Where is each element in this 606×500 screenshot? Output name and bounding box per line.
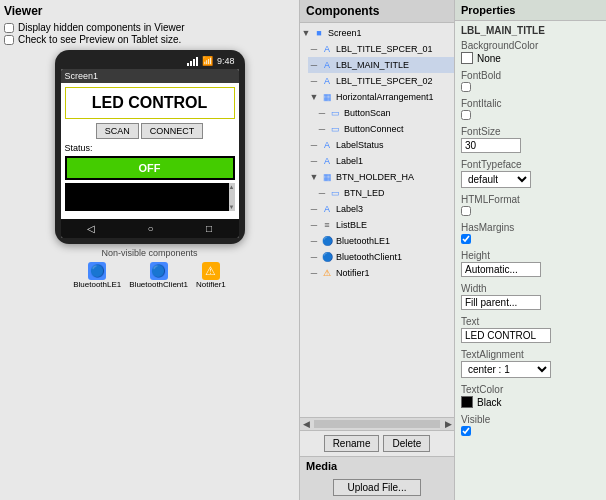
tree-item-lbl-main-title[interactable]: ─ A LBL_MAIN_TITLE [308,57,454,73]
connect-button[interactable]: CONNECT [141,123,204,139]
font-italic-checkbox[interactable] [461,110,471,120]
bluetooth-client1-tree-icon: 🔵 [320,250,334,264]
width-input[interactable] [461,295,541,310]
media-section: Media Upload File... [300,456,454,500]
tree-item-notifier1[interactable]: ─ ⚠ Notifier1 [308,265,454,281]
lbl-title-spcer-01-label: LBL_TITLE_SPCER_01 [336,44,433,54]
visible-label: Visible [461,414,600,425]
properties-panel: Properties LBL_MAIN_TITLE BackgroundColo… [455,0,606,500]
display-hidden-checkbox[interactable] [4,23,14,33]
recents-nav-icon[interactable]: □ [206,223,212,234]
tree-item-bluetooth-le1[interactable]: ─ 🔵 BluetoothLE1 [308,233,454,249]
properties-title: Properties [455,0,606,21]
height-input[interactable] [461,262,541,277]
text-alignment-label: TextAlignment [461,349,600,360]
scroll-left-btn[interactable]: ◀ [300,419,312,429]
prop-width: Width [455,281,606,314]
tree-item-label3[interactable]: ─ A Label3 [308,201,454,217]
tree-item-screen1[interactable]: ▼ ■ Screen1 [300,25,454,41]
off-button[interactable]: OFF [67,158,233,178]
selected-component-label: LBL_MAIN_TITLE [455,21,606,38]
toggle-button-connect: ─ [316,124,328,134]
phone-nav-bar: ◁ ○ □ [61,219,239,238]
text-alignment-select[interactable]: center : 1 [461,361,551,378]
scroll-down-icon[interactable]: ▼ [229,203,235,211]
bluetooth-le1-tree-icon: 🔵 [320,234,334,248]
status-label: Status: [65,143,235,153]
font-typeface-label: FontTypeface [461,159,600,170]
signal-icon [187,57,198,66]
non-visible-label: Non-visible components [101,248,197,258]
prop-visible: Visible [455,412,606,440]
bluetooth-le1-icon: 🔵 [88,262,106,280]
screen-title: Screen1 [61,69,239,83]
list-ble-icon: ≡ [320,218,334,232]
prop-font-typeface: FontTypeface default [455,157,606,192]
toggle-label3: ─ [308,204,320,214]
delete-button[interactable]: Delete [383,435,430,452]
tree-item-bluetooth-client1[interactable]: ─ 🔵 BluetoothClient1 [308,249,454,265]
background-color-label: BackgroundColor [461,40,600,51]
bluetooth-client1-icon: 🔵 [150,262,168,280]
scroll-track [314,420,440,428]
notifier1-icon: ⚠ [202,262,220,280]
html-format-checkbox[interactable] [461,206,471,216]
tree-item-btn-holder-ha[interactable]: ▼ ▦ BTN_HOLDER_HA [308,169,454,185]
time-display: 9:48 [217,56,235,66]
tree-item-button-connect[interactable]: ─ ▭ ButtonConnect [316,121,454,137]
background-color-swatch[interactable] [461,52,473,64]
upload-file-button[interactable]: Upload File... [333,479,422,496]
tree-item-horizontal-arrangement1[interactable]: ▼ ▦ HorizontalArrangement1 [308,89,454,105]
tree-item-label-status[interactable]: ─ A LabelStatus [308,137,454,153]
font-size-input[interactable] [461,138,521,153]
toggle-notifier1: ─ [308,268,320,278]
tablet-preview-label: Check to see Preview on Tablet size. [18,34,181,45]
font-bold-checkbox[interactable] [461,82,471,92]
tree-item-btn-led[interactable]: ─ ▭ BTN_LED [316,185,454,201]
viewer-panel: Viewer Display hidden components in View… [0,0,300,500]
btn-holder-ha-label: BTN_HOLDER_HA [336,172,414,182]
scroll-up-icon[interactable]: ▲ [229,183,235,191]
list-ble-label: ListBLE [336,220,367,230]
prop-text-color: TextColor Black [455,382,606,412]
media-title: Media [300,457,454,475]
font-typeface-select[interactable]: default [461,171,531,188]
tree-item-list-ble[interactable]: ─ ≡ ListBLE [308,217,454,233]
button-connect-label: ButtonConnect [344,124,404,134]
home-nav-icon[interactable]: ○ [147,223,153,234]
rename-button[interactable]: Rename [324,435,380,452]
font-italic-label: FontItalic [461,98,600,109]
label3-label: Label3 [336,204,363,214]
toggle-lbl-main-title: ─ [308,60,320,70]
visible-checkbox[interactable] [461,426,471,436]
scroll-right-btn[interactable]: ▶ [442,419,454,429]
font-bold-label: FontBold [461,70,600,81]
lbl-title-spcer-01-icon: A [320,42,334,56]
tree-item-lbl-title-spcer-01[interactable]: ─ A LBL_TITLE_SPCER_01 [308,41,454,57]
toggle-list-ble: ─ [308,220,320,230]
prop-text-alignment: TextAlignment center : 1 [455,347,606,382]
scrollbar-vertical[interactable]: ▲ ▼ [229,183,235,211]
text-color-swatch[interactable] [461,396,473,408]
led-control-label: LED CONTROL [65,87,235,119]
phone-frame: 📶 9:48 Screen1 LED CONTROL SCAN CONNECT … [55,50,245,244]
tree-item-button-scan[interactable]: ─ ▭ ButtonScan [316,105,454,121]
tablet-preview-row: Check to see Preview on Tablet size. [4,34,295,45]
tree-item-lbl-title-spcer-02[interactable]: ─ A LBL_TITLE_SPCER_02 [308,73,454,89]
tablet-preview-checkbox[interactable] [4,35,14,45]
label-status-label: LabelStatus [336,140,384,150]
toggle-horizontal-arrangement1: ▼ [308,92,320,102]
back-nav-icon[interactable]: ◁ [87,223,95,234]
horizontal-arrangement1-label: HorizontalArrangement1 [336,92,434,102]
scan-button[interactable]: SCAN [96,123,139,139]
components-actions: Rename Delete [300,431,454,456]
display-hidden-label: Display hidden components in Viewer [18,22,185,33]
tree-item-label1[interactable]: ─ A Label1 [308,153,454,169]
height-label: Height [461,250,600,261]
text-input[interactable] [461,328,551,343]
font-typeface-value: default [461,171,600,188]
has-margins-checkbox[interactable] [461,234,471,244]
toggle-lbl-title-spcer-02: ─ [308,76,320,86]
notifier1-label: Notifier1 [196,280,226,289]
width-value [461,295,600,310]
